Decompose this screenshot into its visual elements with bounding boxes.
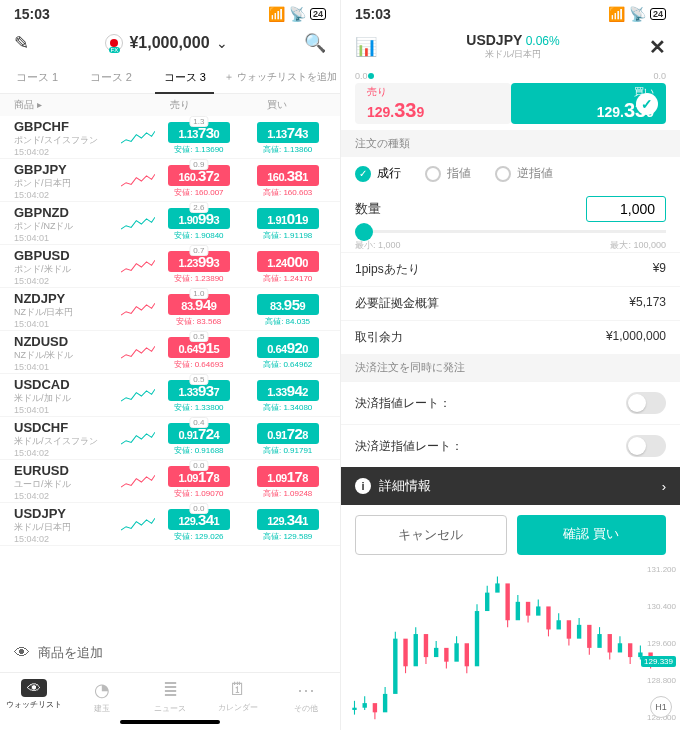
close-icon[interactable]: ✕ xyxy=(649,35,666,59)
nav-more[interactable]: ⋯ その他 xyxy=(272,679,340,714)
buy-price-col[interactable]: 1.09178 高値: 1.09248 xyxy=(243,466,332,499)
instrument-row[interactable]: GBPUSD ポンド/米ドル 15:04:02 0.7 1.23993 安値: … xyxy=(0,245,340,288)
buy-price-pill[interactable]: 83.959 xyxy=(257,294,319,315)
buy-price-pill[interactable]: 1.13743 xyxy=(257,122,319,143)
buy-price-col[interactable]: 1.33942 高値: 1.34080 xyxy=(243,380,332,413)
sell-price-col[interactable]: 0.0 1.09178 安値: 1.09070 xyxy=(155,466,244,499)
instrument-row[interactable]: GBPNZD ポンド/NZドル 15:04:01 2.6 1.90993 安値:… xyxy=(0,202,340,245)
quantity-slider[interactable]: 最小: 1,000 最大: 100,000 xyxy=(341,228,680,252)
svg-rect-9 xyxy=(393,639,397,694)
buy-price-pill[interactable]: 1.91019 xyxy=(257,208,319,229)
buy-price-pill[interactable]: 160.381 xyxy=(257,165,319,186)
tab-course-3[interactable]: コース 3 xyxy=(148,62,222,93)
sell-price-col[interactable]: 0.7 1.23993 安値: 1.23890 xyxy=(155,251,244,284)
svg-rect-3 xyxy=(363,704,367,709)
buy-price-col[interactable]: 0.91728 高値: 0.91791 xyxy=(243,423,332,456)
sell-price-col[interactable]: 0.0 129.341 安値: 129.026 xyxy=(155,509,244,542)
buy-price-col[interactable]: 160.381 高値: 160.603 xyxy=(243,165,332,198)
detail-info-button[interactable]: i詳細情報 › xyxy=(341,467,680,505)
tab-course-2[interactable]: コース 2 xyxy=(74,62,148,93)
instrument-row[interactable]: NZDUSD NZドル/米ドル 15:04:01 0.5 0.64915 安値:… xyxy=(0,331,340,374)
slider-thumb[interactable] xyxy=(355,223,373,241)
tab-course-1[interactable]: コース 1 xyxy=(0,62,74,93)
cancel-button[interactable]: キャンセル xyxy=(355,515,507,555)
instrument-symbol: USDCHF xyxy=(14,420,121,435)
chevron-right-icon: › xyxy=(662,479,666,494)
nav-news[interactable]: ≣ ニュース xyxy=(136,679,204,714)
col-sell: 売り xyxy=(131,98,229,112)
instrument-row[interactable]: GBPJPY ポンド/日本円 15:04:02 0.9 160.372 安値: … xyxy=(0,159,340,202)
svg-rect-13 xyxy=(414,635,418,667)
instrument-list[interactable]: GBPCHF ポンド/スイスフラン 15:04:02 1.3 1.13730 安… xyxy=(0,116,340,634)
add-product-button[interactable]: 👁 商品を追加 xyxy=(0,634,340,672)
instrument-row[interactable]: USDCAD 米ドル/加ドル 15:04:01 0.5 1.33937 安値: … xyxy=(0,374,340,417)
buy-price-col[interactable]: 1.24000 高値: 1.24170 xyxy=(243,251,332,284)
stop-loss-toggle[interactable] xyxy=(626,435,666,457)
sell-button[interactable]: 売り 129.339 xyxy=(355,83,511,124)
sell-price-col[interactable]: 0.5 1.33937 安値: 1.33800 xyxy=(155,380,244,413)
nav-watchlist[interactable]: 👁 ウォッチリスト xyxy=(0,679,68,714)
quantity-input[interactable]: 1,000 xyxy=(586,196,666,222)
wifi-icon: 📡 xyxy=(629,6,646,22)
order-type-stop[interactable]: 逆指値 xyxy=(495,165,553,182)
chart-icon[interactable]: 📊 xyxy=(355,36,377,58)
instrument-desc: 米ドル/スイスフラン xyxy=(14,435,121,448)
instrument-row[interactable]: EURUSD ユーロ/米ドル 15:04:02 0.0 1.09178 安値: … xyxy=(0,460,340,503)
instrument-row[interactable]: USDCHF 米ドル/スイスフラン 15:04:02 0.4 0.91724 安… xyxy=(0,417,340,460)
low-price: 安値: 0.64693 xyxy=(174,359,223,370)
high-price: 高値: 0.91791 xyxy=(263,445,312,456)
sell-price-col[interactable]: 0.4 0.91724 安値: 0.91688 xyxy=(155,423,244,456)
sell-price-col[interactable]: 1.0 83.949 安値: 83.568 xyxy=(155,294,244,327)
sell-price-col[interactable]: 0.5 0.64915 安値: 0.64693 xyxy=(155,337,244,370)
instrument-desc: ポンド/NZドル xyxy=(14,220,121,233)
instrument-time: 15:04:02 xyxy=(14,534,121,544)
buy-price-col[interactable]: 1.91019 高値: 1.91198 xyxy=(243,208,332,241)
buy-price-pill[interactable]: 129.341 xyxy=(257,509,319,530)
sell-price-col[interactable]: 0.9 160.372 安値: 160.007 xyxy=(155,165,244,198)
instrument-row[interactable]: NZDJPY NZドル/日本円 15:04:01 1.0 83.949 安値: … xyxy=(0,288,340,331)
search-icon[interactable]: 🔍 xyxy=(304,32,326,54)
instrument-info: USDCHF 米ドル/スイスフラン 15:04:02 xyxy=(14,420,121,458)
edit-icon[interactable]: ✎ xyxy=(14,32,29,54)
spread-badge: 1.0 xyxy=(189,288,208,299)
buy-price-col[interactable]: 1.13743 高値: 1.13860 xyxy=(243,122,332,155)
svg-rect-33 xyxy=(516,602,520,620)
buy-price-pill[interactable]: 1.09178 xyxy=(257,466,319,487)
sell-price-col[interactable]: 1.3 1.13730 安値: 1.13690 xyxy=(155,122,244,155)
instrument-symbol: GBPCHF xyxy=(14,119,121,134)
sparkline-icon xyxy=(121,471,155,493)
svg-rect-17 xyxy=(434,648,438,657)
add-watchlist-tab[interactable]: ＋ ウォッチリストを追加 xyxy=(222,62,340,93)
sell-price-col[interactable]: 2.6 1.90993 安値: 1.90840 xyxy=(155,208,244,241)
confirm-buy-button[interactable]: 確認 買い xyxy=(517,515,667,555)
buy-price-pill[interactable]: 0.91728 xyxy=(257,423,319,444)
buy-price-pill[interactable]: 1.24000 xyxy=(257,251,319,272)
buy-price-pill[interactable]: 0.64920 xyxy=(257,337,319,358)
buy-price-col[interactable]: 0.64920 高値: 0.64962 xyxy=(243,337,332,370)
buy-price-pill[interactable]: 1.33942 xyxy=(257,380,319,401)
timeframe-badge[interactable]: H1 xyxy=(650,696,672,718)
column-headers: 商品 ▸ 売り 買い xyxy=(0,94,340,116)
nav-positions[interactable]: ◔ 建玉 xyxy=(68,679,136,714)
home-indicator[interactable] xyxy=(120,720,220,724)
svg-rect-5 xyxy=(373,704,377,713)
buy-price-col[interactable]: 83.959 高値: 84.035 xyxy=(243,294,332,327)
price-chart[interactable]: 131.200130.400129.600128.800128.000 129.… xyxy=(349,565,678,722)
buy-button[interactable]: 買い 129.339 ✓ xyxy=(511,83,667,124)
take-profit-toggle[interactable] xyxy=(626,392,666,414)
nav-calendar[interactable]: 🗓 カレンダー xyxy=(204,679,272,714)
quantity-row: 数量 1,000 xyxy=(341,190,680,228)
order-type-market[interactable]: 成行 xyxy=(355,165,401,182)
account-selector[interactable]: FX ¥1,000,000 ⌄ xyxy=(105,34,227,52)
col-name[interactable]: 商品 ▸ xyxy=(14,98,131,112)
instrument-row[interactable]: GBPCHF ポンド/スイスフラン 15:04:02 1.3 1.13730 安… xyxy=(0,116,340,159)
buy-price-col[interactable]: 129.341 高値: 129.589 xyxy=(243,509,332,542)
instrument-row[interactable]: USDJPY 米ドル/日本円 15:04:02 0.0 129.341 安値: … xyxy=(0,503,340,546)
high-price: 高値: 1.24170 xyxy=(263,273,312,284)
order-type-limit[interactable]: 指値 xyxy=(425,165,471,182)
high-price: 高値: 1.13860 xyxy=(263,144,312,155)
positions-icon: ◔ xyxy=(94,679,110,701)
instrument-time: 15:04:01 xyxy=(14,233,121,243)
svg-rect-15 xyxy=(424,635,428,658)
spread-badge: 0.0 xyxy=(189,503,208,514)
